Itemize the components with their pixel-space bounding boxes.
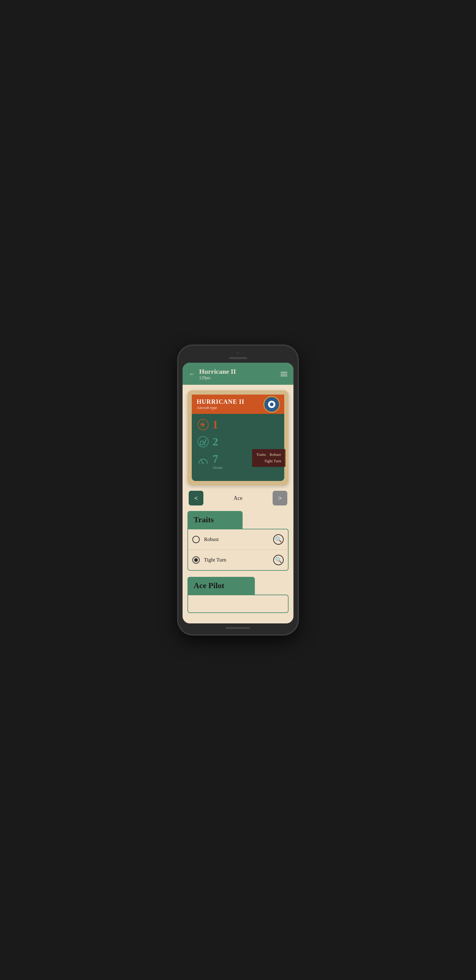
- menu-line-1: [280, 372, 287, 372]
- roundel-badge: [263, 396, 280, 413]
- roundel-dot: [270, 402, 274, 406]
- speaker-top: [229, 357, 247, 359]
- card-title-text: HURRICANE II Aircraft type: [197, 398, 244, 410]
- list-item: Tight Turn 🔍: [188, 550, 288, 570]
- radio-robust[interactable]: [193, 536, 200, 543]
- menu-line-3: [280, 375, 287, 376]
- attack-stat-row: 1: [197, 418, 279, 431]
- speed-top: 7: [213, 452, 218, 465]
- speed-icon: [197, 455, 210, 468]
- ace-pilot-content: [188, 595, 288, 613]
- aircraft-type: Aircraft type: [197, 405, 244, 410]
- ace-pilot-title: Ace Pilot: [188, 577, 255, 595]
- trait-name-tightturn: Tight Turn: [204, 557, 226, 563]
- traits-section-title: Traits: [188, 511, 243, 529]
- page-title: Hurricane II: [199, 368, 280, 375]
- radio-inner-tightturn: [194, 558, 198, 562]
- radio-inner-robust: [194, 538, 198, 541]
- speaker-bottom: [226, 627, 250, 629]
- traits-section: Traits Robust 🔍: [188, 511, 288, 571]
- stats-area: 1 2: [192, 414, 284, 476]
- svg-point-3: [202, 463, 204, 464]
- ace-pilot-section: Ace Pilot: [188, 577, 288, 613]
- camera: [236, 351, 240, 354]
- maneuver-icon: [197, 435, 210, 448]
- aircraft-card: HURRICANE II Aircraft type: [192, 395, 284, 481]
- trait-left-tightturn: Tight Turn: [193, 556, 226, 564]
- card-title-bar: HURRICANE II Aircraft type: [192, 395, 284, 414]
- prev-button[interactable]: <: [189, 491, 204, 506]
- traits-overlay: Traits: Robust Tight Turn: [252, 449, 285, 467]
- roundel-inner: [267, 400, 276, 409]
- attack-icon: [197, 418, 210, 431]
- speed-data: 7 342mph: [213, 452, 223, 469]
- search-button-robust[interactable]: 🔍: [273, 534, 283, 545]
- phone-frame: ← Hurricane II 129pts HURRICANE II: [178, 345, 298, 635]
- maneuver-stat-row: 2: [197, 435, 279, 448]
- list-item: Robust 🔍: [188, 529, 288, 550]
- aircraft-name: HURRICANE II: [197, 398, 244, 405]
- traits-list: Robust 🔍 Tight Turn 🔍: [188, 529, 288, 571]
- svg-point-1: [198, 436, 208, 447]
- navigation-row: < Ace >: [188, 491, 288, 506]
- search-button-tightturn[interactable]: 🔍: [273, 555, 283, 565]
- main-content: HURRICANE II Aircraft type: [183, 385, 293, 624]
- speed-value: 7: [213, 452, 218, 465]
- traits-overlay-label: Traits: Robust Tight Turn: [256, 452, 281, 465]
- phone-screen: ← Hurricane II 129pts HURRICANE II: [183, 363, 293, 624]
- header-center: Hurricane II 129pts: [196, 368, 280, 380]
- aircraft-card-container: HURRICANE II Aircraft type: [188, 390, 288, 485]
- radio-tightturn[interactable]: [193, 556, 200, 564]
- trait-left-robust: Robust: [193, 536, 219, 543]
- attack-value: 1: [213, 418, 218, 431]
- traits-overlay-heading: Traits:: [256, 452, 266, 457]
- speed-label: 342mph: [213, 466, 223, 469]
- menu-button[interactable]: [280, 372, 287, 376]
- app-header: ← Hurricane II 129pts: [183, 363, 293, 385]
- current-nav-label: Ace: [234, 495, 243, 501]
- maneuver-value: 2: [213, 435, 218, 448]
- points-label: 129pts: [199, 375, 280, 380]
- next-button[interactable]: >: [272, 491, 287, 506]
- menu-line-2: [280, 374, 287, 374]
- trait-name-robust: Robust: [204, 536, 219, 542]
- back-button[interactable]: ←: [189, 370, 196, 378]
